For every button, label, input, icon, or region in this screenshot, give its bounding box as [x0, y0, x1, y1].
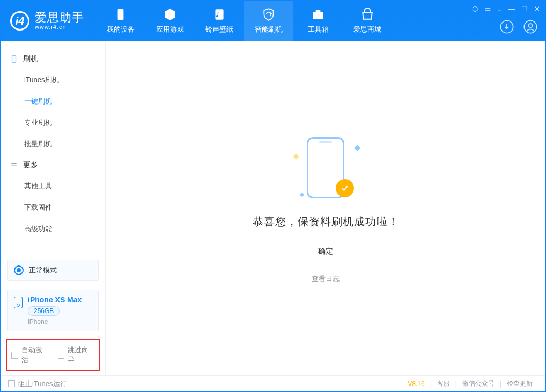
device-name: iPhone XS Max — [28, 295, 82, 304]
nav-apps-games[interactable]: 应用游戏 — [145, 1, 195, 41]
view-log-link[interactable]: 查看日志 — [312, 274, 340, 284]
footer-wechat-link[interactable]: 微信公众号 — [462, 379, 495, 388]
checkbox-icon — [8, 380, 15, 387]
app-logo: i4 爱思助手 www.i4.cn — [1, 1, 96, 41]
device-capacity: 256GB — [28, 306, 60, 316]
sidebar-item-pro-flash[interactable]: 专业刷机 — [1, 112, 105, 134]
svg-point-5 — [524, 20, 536, 33]
mode-icon — [14, 265, 24, 275]
nav-label: 应用游戏 — [156, 25, 184, 34]
nav-ringtone-wallpaper[interactable]: 铃声壁纸 — [195, 1, 244, 41]
nav-smart-flash[interactable]: 智能刷机 — [244, 1, 293, 41]
header-right-icons — [499, 19, 538, 36]
success-message: 恭喜您，保资料刷机成功啦！ — [253, 215, 399, 229]
checkbox-icon — [58, 352, 65, 359]
download-icon[interactable] — [499, 19, 514, 36]
version-label: V8.16 — [408, 380, 424, 388]
checkbox-label: 自动激活 — [21, 345, 48, 365]
checkbox-icon — [11, 352, 18, 359]
svg-rect-0 — [118, 9, 124, 20]
checkbox-skip-guide[interactable]: 跳过向导 — [58, 345, 95, 365]
nav-my-device[interactable]: 我的设备 — [96, 1, 145, 41]
nav-label: 智能刷机 — [255, 25, 283, 34]
checkbox-label: 阻止iTunes运行 — [18, 379, 67, 389]
checkbox-auto-activate[interactable]: 自动激活 — [11, 345, 48, 365]
checkbox-block-itunes[interactable]: 阻止iTunes运行 — [8, 379, 67, 389]
close-button[interactable]: ✕ — [534, 5, 540, 13]
group-title: 刷机 — [23, 54, 38, 64]
svg-rect-7 — [12, 56, 16, 62]
mode-label: 正常模式 — [29, 265, 57, 275]
nav-label: 爱思商城 — [353, 25, 381, 34]
sidebar: 刷机 iTunes刷机 一键刷机 专业刷机 批量刷机 更多 其他工具 下载固件 … — [1, 41, 106, 375]
footer-support-link[interactable]: 客服 — [437, 379, 450, 388]
nav-label: 工具箱 — [308, 25, 329, 34]
check-badge-icon — [336, 179, 354, 197]
checkbox-label: 跳过向导 — [68, 345, 94, 365]
sparkle-icon — [300, 193, 304, 197]
cube-icon — [163, 8, 177, 21]
nav-label: 铃声壁纸 — [205, 25, 233, 34]
sidebar-item-batch-flash[interactable]: 批量刷机 — [1, 134, 105, 155]
app-url: www.i4.cn — [35, 24, 84, 30]
nav-toolbox[interactable]: 工具箱 — [293, 1, 343, 41]
device-card[interactable]: iPhone XS Max 256GB iPhone — [7, 290, 99, 331]
top-nav: 我的设备 应用游戏 铃声壁纸 智能刷机 工具箱 爱思商城 — [96, 1, 392, 41]
shirt-icon[interactable]: ⬡ — [472, 5, 478, 13]
sidebar-group-more[interactable]: 更多 — [1, 155, 105, 175]
user-icon[interactable] — [523, 19, 538, 36]
music-file-icon — [212, 8, 226, 21]
maximize-button[interactable]: ☐ — [521, 5, 528, 13]
group-title: 更多 — [23, 160, 38, 170]
window-controls: ⬡ ▭ ≡ — ☐ ✕ — [472, 5, 540, 13]
device-phone-icon — [14, 297, 23, 308]
options-highlight-box: 自动激活 跳过向导 — [6, 339, 100, 371]
phone-icon — [10, 55, 18, 63]
sidebar-item-oneclick-flash[interactable]: 一键刷机 — [1, 91, 105, 112]
sidebar-item-itunes-flash[interactable]: iTunes刷机 — [1, 69, 105, 91]
sidebar-group-flash[interactable]: 刷机 — [1, 49, 105, 69]
svg-point-6 — [529, 24, 533, 27]
nav-store[interactable]: 爱思商城 — [343, 1, 392, 41]
success-illustration — [291, 133, 360, 203]
store-icon — [360, 8, 374, 21]
minimize-button[interactable]: — — [508, 5, 515, 13]
logo-icon: i4 — [10, 11, 29, 31]
toolbox-icon — [311, 8, 325, 21]
device-type: iPhone — [28, 318, 82, 326]
list-icon — [10, 161, 18, 169]
svg-rect-1 — [215, 9, 223, 20]
mode-card[interactable]: 正常模式 — [7, 260, 99, 281]
app-header: i4 爱思助手 www.i4.cn 我的设备 应用游戏 铃声壁纸 智能刷机 工具… — [1, 1, 545, 41]
app-name: 爱思助手 — [35, 12, 84, 24]
nav-label: 我的设备 — [107, 25, 135, 34]
shield-refresh-icon — [262, 8, 276, 21]
svg-rect-3 — [316, 10, 321, 12]
sparkle-icon — [293, 153, 299, 159]
svg-rect-2 — [313, 12, 323, 19]
status-bar: 阻止iTunes运行 V8.16 | 客服 | 微信公众号 | 检查更新 — [1, 375, 545, 391]
main-pane: 恭喜您，保资料刷机成功啦！ 确定 查看日志 — [106, 41, 545, 375]
note-icon[interactable]: ▭ — [484, 5, 491, 13]
sidebar-item-download-firmware[interactable]: 下载固件 — [1, 197, 105, 218]
sidebar-item-advanced[interactable]: 高级功能 — [1, 218, 105, 240]
menu-icon[interactable]: ≡ — [497, 5, 501, 13]
ok-button[interactable]: 确定 — [293, 241, 358, 262]
device-icon — [114, 8, 128, 21]
sparkle-icon — [354, 145, 360, 151]
footer-update-link[interactable]: 检查更新 — [507, 379, 533, 388]
sidebar-item-other-tools[interactable]: 其他工具 — [1, 175, 105, 197]
